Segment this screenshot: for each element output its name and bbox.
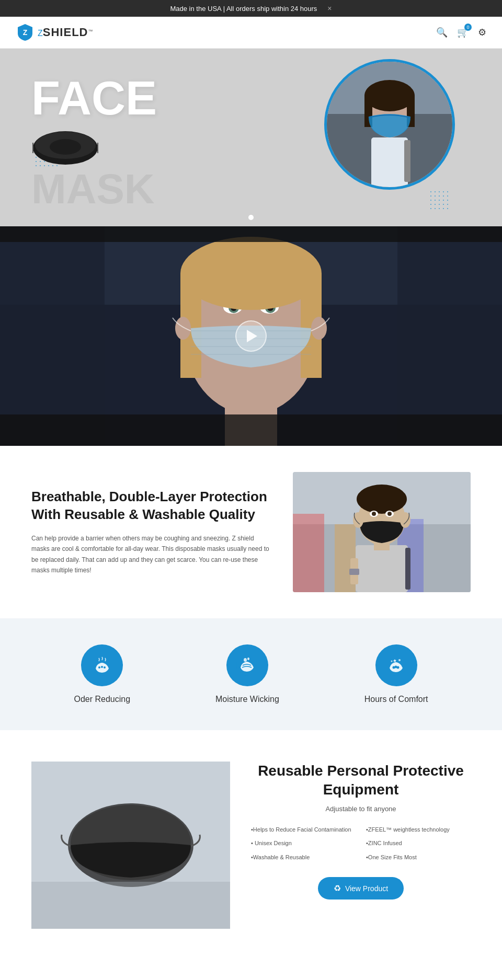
svg-point-31 (311, 317, 327, 340)
icon-label-2: Hours of Comfort (364, 695, 428, 704)
icon-circle-oder (81, 644, 123, 686)
icon-label-0: Oder Reducing (74, 695, 130, 704)
svg-point-62 (391, 660, 393, 662)
svg-point-57 (101, 666, 103, 668)
svg-rect-34 (397, 226, 502, 446)
svg-rect-36 (0, 226, 502, 242)
ppe-title: Reusable Personal Protective Equipment (251, 762, 471, 800)
ppe-feature-3: •ZINC Infused (366, 839, 471, 848)
icon-label-1: Moisture Wicking (215, 695, 279, 704)
svg-rect-13 (404, 140, 410, 182)
ppe-features: •Helps to Reduce Facial Contamination •Z… (251, 825, 471, 862)
hours-of-comfort-icon (384, 654, 408, 677)
svg-rect-39 (293, 514, 324, 592)
svg-point-58 (104, 666, 106, 668)
icon-item-2: Hours of Comfort (364, 644, 428, 704)
ppe-section: Reusable Personal Protective Equipment A… (0, 730, 502, 960)
svg-rect-54 (349, 569, 359, 575)
svg-rect-42 (356, 545, 408, 592)
search-icon[interactable]: 🔍 (436, 27, 448, 38)
features-person-svg (293, 472, 471, 592)
icon-circle-moisture (226, 644, 268, 686)
hero-banner: FACE MASK (0, 49, 502, 226)
svg-rect-33 (0, 226, 105, 446)
features-section: Breathable, Double-Layer Protection With… (0, 446, 502, 618)
ppe-image-svg (31, 762, 230, 929)
svg-rect-52 (405, 548, 410, 590)
play-button[interactable] (235, 320, 267, 352)
icon-item-1: Moisture Wicking (215, 644, 279, 704)
ppe-subtitle: Adjustable to fit anyone (251, 805, 471, 813)
banner-close[interactable]: × (327, 4, 332, 13)
banner-text: Made in the USA | All orders ship within… (170, 5, 317, 13)
ppe-feature-0: •Helps to Reduce Facial Contamination (251, 825, 356, 834)
hero-indicator[interactable] (248, 215, 254, 220)
features-text: Breathable, Double-Layer Protection With… (31, 488, 272, 575)
view-product-icon: ♻ (334, 883, 341, 893)
mask-image (31, 127, 99, 166)
hero-person-svg (327, 62, 452, 187)
video-section (0, 226, 502, 446)
view-product-button[interactable]: ♻ View Product (318, 877, 404, 900)
svg-point-61 (398, 659, 401, 661)
logo-tm: ™ (88, 29, 93, 34)
top-banner: Made in the USA | All orders ship within… (0, 0, 502, 17)
ppe-button-wrapper: ♻ View Product (251, 877, 471, 900)
oder-reducing-icon (90, 654, 114, 677)
svg-point-5 (50, 139, 81, 155)
svg-point-49 (387, 512, 392, 516)
hero-dots-right (429, 190, 450, 211)
cart-badge: 0 (464, 24, 472, 31)
features-image (293, 472, 471, 592)
svg-point-56 (98, 666, 100, 668)
ppe-image (31, 762, 230, 929)
hero-face-text: FACE (31, 75, 157, 122)
play-icon (247, 330, 257, 342)
svg-rect-35 (0, 414, 502, 446)
settings-icon[interactable]: ⚙ (478, 27, 486, 38)
svg-point-23 (180, 237, 322, 310)
ppe-feature-2: • Unisex Design (251, 839, 356, 848)
svg-point-48 (372, 512, 376, 516)
hero-circle-inner (327, 62, 452, 187)
svg-point-65 (397, 666, 400, 668)
ppe-feature-4: •Washable & Reusable (251, 853, 356, 862)
logo-text: ZSHIELD™ (38, 26, 93, 39)
cart-icon[interactable]: 🛒 0 (457, 27, 469, 38)
logo-z: Z (38, 29, 43, 38)
icon-circle-comfort (375, 644, 417, 686)
features-title: Breathable, Double-Layer Protection With… (31, 488, 272, 524)
svg-point-30 (175, 317, 191, 340)
logo[interactable]: Z ZSHIELD™ (16, 23, 93, 42)
logo-shield-text: SHIELD (43, 26, 88, 39)
logo-shield-icon: Z (16, 23, 35, 42)
svg-text:Z: Z (23, 28, 28, 37)
header-icons: 🔍 🛒 0 ⚙ (436, 27, 486, 38)
ppe-feature-5: •One Size Fits Most (366, 853, 471, 862)
view-product-label: View Product (345, 884, 388, 893)
moisture-wicking-icon (235, 654, 259, 677)
features-description: Can help provide a barrier when others m… (31, 533, 272, 576)
svg-rect-70 (31, 882, 230, 929)
ppe-feature-1: •ZFEEL™ weightless technology (366, 825, 471, 834)
hero-circle-image (324, 59, 455, 190)
header: Z ZSHIELD™ 🔍 🛒 0 ⚙ (0, 17, 502, 49)
icon-item-0: Oder Reducing (74, 644, 130, 704)
ppe-content: Reusable Personal Protective Equipment A… (251, 762, 471, 900)
svg-point-45 (357, 485, 407, 514)
icons-section: Oder Reducing Moisture Wicking (0, 618, 502, 730)
hero-mask-text: MASK (31, 168, 157, 210)
hero-content: FACE MASK (31, 75, 157, 210)
svg-rect-12 (371, 137, 408, 187)
